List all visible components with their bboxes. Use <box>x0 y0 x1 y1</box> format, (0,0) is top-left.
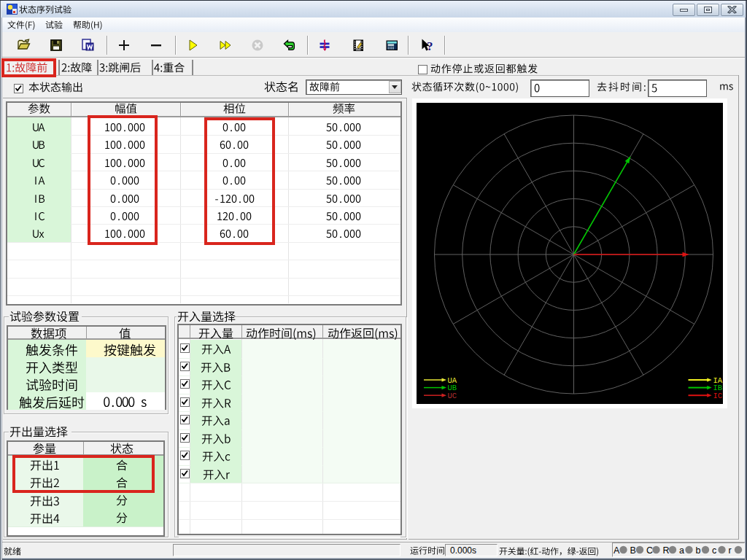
svg-text:UC: UC <box>448 392 457 400</box>
svg-text:R: R <box>663 545 670 556</box>
svg-text:a: a <box>679 545 684 556</box>
svg-text:?: ? <box>427 39 433 52</box>
svg-text:c: c <box>712 545 716 556</box>
svg-text:A: A <box>614 545 620 556</box>
svg-text:IC: IC <box>713 392 723 400</box>
svg-text:C: C <box>646 545 653 556</box>
svg-text:r: r <box>729 545 732 556</box>
svg-text:B: B <box>630 545 636 556</box>
svg-text:b: b <box>696 545 701 556</box>
